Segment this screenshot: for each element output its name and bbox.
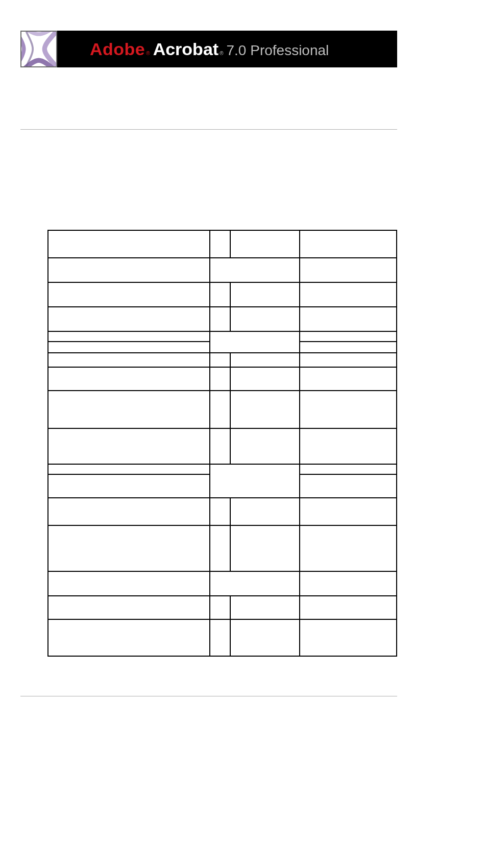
- content-table: [47, 230, 397, 657]
- document-page: Adobe ® Acrobat ® 7.0 Professional: [0, 0, 487, 868]
- table-row: [48, 428, 397, 464]
- table-row: [48, 331, 397, 342]
- table-row: [48, 230, 397, 258]
- table-row: [48, 498, 397, 525]
- brand-registered: ®: [146, 51, 150, 56]
- table-row: [48, 391, 397, 428]
- table-row: [48, 353, 397, 367]
- horizontal-rule-bottom: [20, 696, 397, 696]
- table-row: [48, 282, 397, 307]
- table-row: [48, 525, 397, 571]
- brand-label: Adobe: [90, 39, 145, 59]
- table-row: [48, 307, 397, 331]
- version-label: 7.0 Professional: [227, 42, 329, 59]
- table-row: [48, 571, 397, 596]
- product-registered: ®: [220, 51, 223, 56]
- product-label: Acrobat: [153, 39, 218, 59]
- table-row: [48, 464, 397, 474]
- product-banner: Adobe ® Acrobat ® 7.0 Professional: [20, 31, 397, 67]
- table-row: [48, 367, 397, 391]
- table-row: [48, 258, 397, 282]
- horizontal-rule-top: [20, 129, 397, 130]
- acrobat-curves-icon: [20, 31, 57, 67]
- table-row: [48, 619, 397, 656]
- table-row: [48, 596, 397, 619]
- banner-text: Adobe ® Acrobat ® 7.0 Professional: [90, 39, 329, 59]
